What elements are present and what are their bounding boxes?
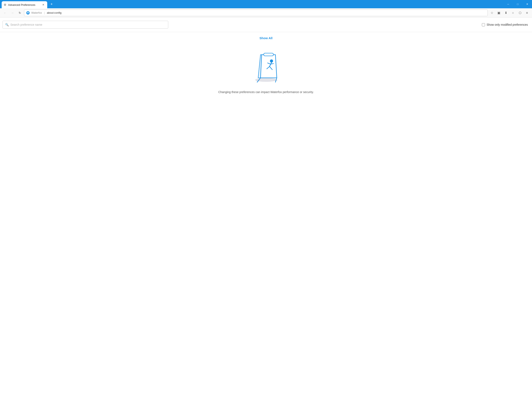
tab-icon: ⚙: [4, 3, 6, 6]
show-modified-checkbox[interactable]: [482, 23, 485, 26]
account-button[interactable]: ○: [510, 10, 516, 16]
window-controls: ─ □ ✕: [503, 0, 532, 8]
main-content: Show All: [0, 32, 532, 94]
forward-button[interactable]: →: [9, 10, 16, 16]
tab-close-button[interactable]: ✕: [41, 3, 45, 7]
pocket-button[interactable]: ▣: [495, 10, 502, 16]
downloads-button[interactable]: ⬇: [503, 10, 509, 16]
extensions-button[interactable]: ⬡: [517, 10, 523, 16]
close-button[interactable]: ✕: [522, 0, 532, 8]
search-box: 🔍: [2, 21, 168, 29]
show-all-button[interactable]: Show All: [260, 36, 273, 40]
warning-text: Changing these preferences can impact Wa…: [218, 90, 314, 94]
show-modified-text: Show only modified preferences: [487, 23, 528, 26]
site-label: Waterfox: [31, 11, 42, 14]
back-button[interactable]: ←: [2, 10, 8, 16]
tab-bar: ⚙ Advanced Preferences ✕ +: [0, 0, 503, 8]
address-separator: |: [44, 11, 45, 14]
address-input[interactable]: [47, 11, 485, 14]
search-icon: 🔍: [5, 23, 9, 26]
search-input[interactable]: [10, 23, 165, 26]
menu-button[interactable]: ≡: [524, 10, 530, 16]
tab-title: Advanced Preferences: [8, 3, 40, 6]
search-bar-area: 🔍 Show only modified preferences: [0, 17, 532, 32]
toolbar-icons: ☆ ▣ ⬇ ○ ⬡ ≡: [488, 10, 530, 16]
minimize-button[interactable]: ─: [503, 0, 513, 8]
svg-rect-5: [264, 53, 273, 56]
illustration-container: Changing these preferences can impact Wa…: [218, 47, 314, 94]
title-bar: ⚙ Advanced Preferences ✕ + ─ □ ✕: [0, 0, 532, 8]
bookmark-button[interactable]: ☆: [488, 10, 495, 16]
svg-point-2: [273, 79, 278, 81]
active-tab[interactable]: ⚙ Advanced Preferences ✕: [2, 1, 47, 8]
waterfox-logo: W: [26, 11, 30, 14]
maximize-button[interactable]: □: [513, 0, 522, 8]
show-modified-label[interactable]: Show only modified preferences: [482, 23, 530, 26]
reload-button[interactable]: ↻: [17, 10, 23, 16]
nav-bar: ← → ↻ W Waterfox | ☆ ▣ ⬇ ○ ⬡ ≡: [0, 8, 532, 17]
svg-point-6: [270, 59, 273, 63]
wet-floor-illustration: [245, 47, 287, 84]
svg-marker-4: [260, 55, 277, 78]
new-tab-button[interactable]: +: [48, 1, 55, 8]
address-bar[interactable]: W Waterfox |: [24, 10, 488, 16]
